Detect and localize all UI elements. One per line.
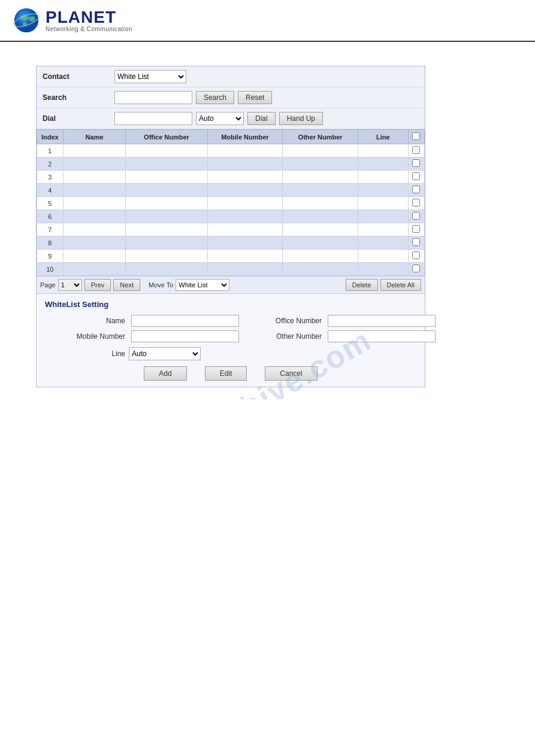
cell-mobile: [207, 157, 283, 171]
cell-name: [63, 263, 126, 276]
mobile-label: Mobile Number: [45, 332, 129, 341]
col-header-index: Index: [37, 130, 64, 144]
row-checkbox[interactable]: [412, 212, 420, 220]
cell-name: [63, 236, 126, 250]
header: PLANET Networking & Communication: [0, 0, 535, 42]
cell-line: [358, 144, 408, 157]
cell-checkbox[interactable]: [408, 171, 424, 184]
row-checkbox[interactable]: [412, 186, 420, 193]
col-header-line: Line: [358, 130, 408, 144]
contact-select[interactable]: White List Black List: [114, 70, 186, 83]
cell-name: [63, 223, 126, 236]
office-input[interactable]: [328, 315, 436, 327]
row-checkbox[interactable]: [412, 238, 420, 246]
search-input[interactable]: [114, 91, 192, 104]
setting-grid: Name Office Number Mobile Number Other N…: [45, 315, 416, 342]
contact-controls: White List Black List: [114, 70, 419, 83]
cell-name: [63, 250, 126, 263]
logo: PLANET Networking & Communication: [12, 6, 132, 35]
cell-checkbox[interactable]: [408, 197, 424, 210]
row-checkbox[interactable]: [412, 265, 420, 272]
cell-office: [126, 236, 207, 250]
col-header-office: Office Number: [126, 130, 207, 144]
move-to-select[interactable]: White List Black List: [176, 279, 229, 291]
cell-checkbox[interactable]: [408, 144, 424, 157]
cell-checkbox[interactable]: [408, 250, 424, 263]
select-all-checkbox[interactable]: [412, 132, 420, 140]
cell-name: [63, 197, 126, 210]
table-row: 8: [37, 236, 425, 250]
cell-line: [358, 250, 408, 263]
cell-line: [358, 157, 408, 171]
dial-label: Dial: [43, 114, 114, 123]
handup-button[interactable]: Hand Up: [279, 112, 323, 125]
table-row: 6: [37, 210, 425, 223]
row-checkbox[interactable]: [412, 251, 420, 259]
office-label: Office Number: [241, 317, 325, 325]
cell-name: [63, 157, 126, 171]
cell-index: 4: [37, 184, 64, 197]
cell-office: [126, 171, 207, 184]
dial-line-select[interactable]: Auto Line 1 Line 2: [196, 112, 244, 125]
cell-checkbox[interactable]: [408, 236, 424, 250]
search-button[interactable]: Search: [196, 91, 234, 104]
cell-name: [63, 171, 126, 184]
cell-line: [358, 197, 408, 210]
cell-other: [283, 263, 358, 276]
search-controls: Search Reset: [114, 91, 419, 104]
line-select[interactable]: Auto Line 1 Line 2: [129, 347, 201, 360]
cell-checkbox[interactable]: [408, 223, 424, 236]
table-header-row: Index Name Office Number Mobile Number O…: [37, 130, 425, 144]
mobile-input[interactable]: [131, 330, 239, 342]
dial-input[interactable]: [114, 112, 192, 125]
cell-name: [63, 184, 126, 197]
reset-button[interactable]: Reset: [238, 91, 272, 104]
name-input[interactable]: [131, 315, 239, 327]
cell-checkbox[interactable]: [408, 210, 424, 223]
cell-office: [126, 223, 207, 236]
cell-checkbox[interactable]: [408, 263, 424, 276]
cell-line: [358, 236, 408, 250]
cell-other: [283, 250, 358, 263]
add-button[interactable]: Add: [144, 366, 186, 381]
col-header-checkbox: [408, 130, 424, 144]
dial-button[interactable]: Dial: [247, 112, 276, 125]
table-row: 10: [37, 263, 425, 276]
next-button[interactable]: Next: [113, 279, 140, 291]
contact-table: Index Name Office Number Mobile Number O…: [37, 129, 425, 276]
cell-office: [126, 157, 207, 171]
cell-mobile: [207, 250, 283, 263]
cell-checkbox[interactable]: [408, 184, 424, 197]
cell-mobile: [207, 223, 283, 236]
cell-line: [358, 223, 408, 236]
row-checkbox[interactable]: [412, 146, 420, 154]
row-checkbox[interactable]: [412, 225, 420, 233]
cell-index: 3: [37, 171, 64, 184]
cell-other: [283, 157, 358, 171]
cell-index: 9: [37, 250, 64, 263]
row-checkbox[interactable]: [412, 172, 420, 180]
logo-planet-text: PLANET: [46, 9, 132, 26]
cell-line: [358, 184, 408, 197]
cell-line: [358, 171, 408, 184]
delete-button[interactable]: Delete: [346, 279, 378, 291]
cell-mobile: [207, 197, 283, 210]
move-to-label: Move To: [149, 281, 173, 289]
page-select[interactable]: 1: [58, 279, 82, 291]
row-checkbox[interactable]: [412, 159, 420, 167]
col-header-name: Name: [63, 130, 126, 144]
cell-mobile: [207, 184, 283, 197]
table-row: 3: [37, 171, 425, 184]
cell-other: [283, 171, 358, 184]
main-content: manualshive.com Contact White List Black…: [0, 42, 535, 399]
other-input[interactable]: [328, 330, 436, 342]
edit-button[interactable]: Edit: [205, 366, 247, 381]
cell-checkbox[interactable]: [408, 157, 424, 171]
cell-index: 1: [37, 144, 64, 157]
delete-all-button[interactable]: Delete All: [380, 279, 421, 291]
cancel-button[interactable]: Cancel: [265, 366, 317, 381]
col-header-other: Other Number: [283, 130, 358, 144]
cell-office: [126, 210, 207, 223]
row-checkbox[interactable]: [412, 199, 420, 207]
prev-button[interactable]: Prev: [84, 279, 111, 291]
